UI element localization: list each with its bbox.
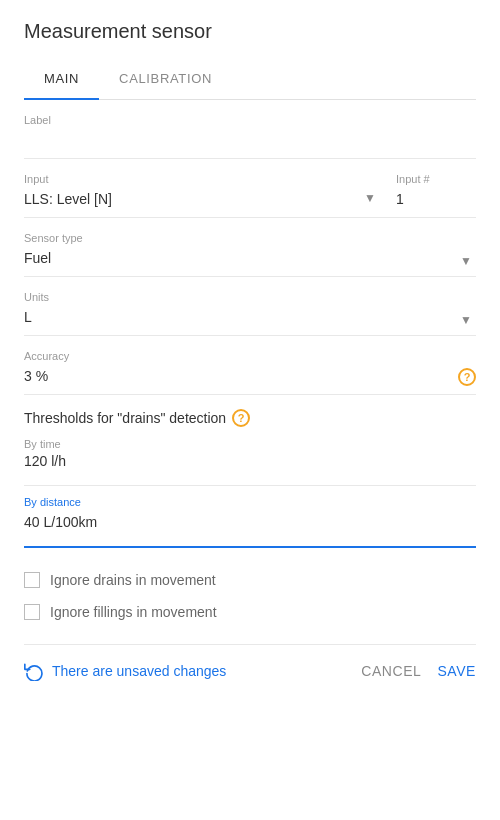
checkbox-ignore-fillings-box[interactable] (24, 604, 40, 620)
checkbox-ignore-fillings-label: Ignore fillings in movement (50, 604, 217, 620)
tab-main[interactable]: MAIN (24, 59, 99, 100)
thresholds-heading: Thresholds for "drains" detection ? (24, 409, 476, 427)
input-row-field: Input LLS: Level [N] ▼ Input # 1 (24, 159, 476, 218)
sensor-type-field: Sensor type Fuel ▼ (24, 218, 476, 277)
sensor-type-value[interactable]: Fuel (24, 248, 476, 272)
thresholds-heading-text: Thresholds for "drains" detection (24, 410, 226, 426)
by-time-label: By time (24, 438, 61, 450)
input-number-value[interactable]: 1 (396, 189, 476, 213)
label-field: Label (24, 100, 476, 159)
by-distance-section: By distance 40 L/100km (24, 486, 476, 548)
units-field: Units L ▼ (24, 277, 476, 336)
label-field-value[interactable] (24, 130, 476, 154)
checkbox-ignore-fillings[interactable]: Ignore fillings in movement (24, 596, 476, 628)
cancel-button[interactable]: CANCEL (361, 663, 421, 679)
thresholds-section: Thresholds for "drains" detection ? By t… (24, 395, 476, 548)
sensor-type-arrow[interactable]: ▼ (460, 254, 472, 268)
accuracy-label: Accuracy (24, 350, 476, 362)
input-dropdown-arrow[interactable]: ▼ (364, 191, 376, 205)
save-button[interactable]: SAVE (437, 663, 476, 679)
checkbox-ignore-drains-label: Ignore drains in movement (50, 572, 216, 588)
footer-actions: CANCEL SAVE (361, 663, 476, 679)
form: Label Input LLS: Level [N] ▼ Input # 1 S… (24, 100, 476, 645)
tab-calibration[interactable]: CALIBRATION (99, 59, 232, 100)
accuracy-help-icon[interactable]: ? (458, 368, 476, 386)
units-label: Units (24, 291, 476, 303)
footer: There are unsaved changes CANCEL SAVE (0, 645, 500, 697)
thresholds-help-icon[interactable]: ? (232, 409, 250, 427)
input-number-group: Input # 1 (396, 173, 476, 213)
by-distance-label: By distance (24, 496, 476, 508)
sensor-type-label: Sensor type (24, 232, 476, 244)
input-number-label: Input # (396, 173, 476, 185)
by-distance-value[interactable]: 40 L/100km (24, 512, 476, 536)
unsaved-changes-text: There are unsaved changes (52, 663, 226, 679)
accuracy-value[interactable]: 3 % (24, 366, 48, 390)
input-group: Input LLS: Level [N] ▼ (24, 173, 380, 213)
accuracy-field: Accuracy 3 % ? (24, 336, 476, 395)
input-value[interactable]: LLS: Level [N] (24, 189, 380, 213)
units-value[interactable]: L (24, 307, 476, 331)
unsaved-changes-icon (24, 661, 44, 681)
checkbox-ignore-drains-box[interactable] (24, 572, 40, 588)
label-field-label: Label (24, 114, 476, 126)
unsaved-changes: There are unsaved changes (24, 661, 226, 681)
by-time-section: By time 120 l/h (24, 429, 476, 486)
tab-bar: MAIN CALIBRATION (24, 59, 476, 100)
checkbox-ignore-drains[interactable]: Ignore drains in movement (24, 564, 476, 596)
page-title: Measurement sensor (24, 20, 476, 43)
units-arrow[interactable]: ▼ (460, 313, 472, 327)
by-time-value[interactable]: 120 l/h (24, 451, 476, 475)
checkboxes-section: Ignore drains in movement Ignore filling… (24, 548, 476, 645)
input-label: Input (24, 173, 380, 185)
